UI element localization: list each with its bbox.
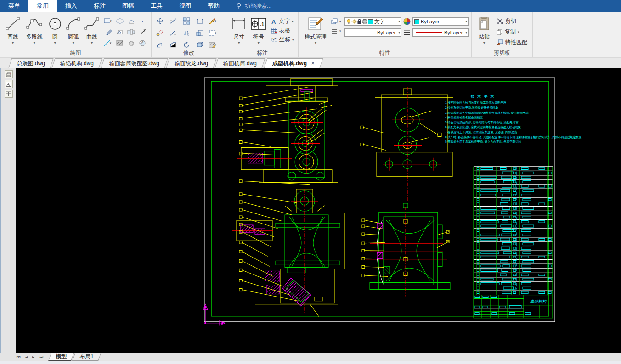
chevron-down-icon[interactable]: ▾	[465, 31, 467, 34]
menu-item-menu[interactable]: 菜单	[0, 0, 28, 12]
scale-icon[interactable]	[195, 28, 204, 37]
block-icon[interactable]	[127, 39, 135, 47]
leader-icon[interactable]	[138, 28, 147, 36]
explode-icon[interactable]: ▾	[209, 40, 217, 49]
rectangle-icon[interactable]: ▾	[104, 17, 113, 25]
chevron-down-icon[interactable]: ▾	[483, 42, 485, 45]
break-icon[interactable]	[169, 17, 177, 25]
coordinate-button[interactable]: x y 坐标▾	[271, 36, 295, 44]
chevron-down-icon[interactable]: ▾	[73, 42, 74, 45]
ribbon-group-properties: 样式管理 ▾ ▾ ▾ 文字 ▾	[299, 12, 472, 57]
fillet-icon[interactable]	[155, 40, 164, 49]
palette-grid-icon[interactable]	[5, 90, 13, 98]
svg-text:7.各轴运转上下灵活, 润滑油应加足量, 无渗漏, 间隙适当: 7.各轴运转上下灵活, 润滑油应加足量, 无渗漏, 间隙适当	[445, 130, 517, 134]
menu-item-sheet[interactable]: 图幅	[114, 0, 142, 12]
menu-item-annotate[interactable]: 标注	[85, 0, 114, 12]
array-icon[interactable]	[182, 17, 191, 25]
line-button[interactable]: 直线 ▾	[3, 14, 23, 50]
last-tab-icon[interactable]: ⏭	[39, 354, 43, 360]
model-tab[interactable]: 模型	[48, 353, 74, 361]
svg-text:3.箱体装配后各个轴承间隙经调整符合要求不松动, 使用转动平: 3.箱体装配后各个轴承间隙经调整符合要求不松动, 使用转动平稳	[445, 111, 529, 115]
table-icon: +	[271, 28, 277, 34]
offset-icon[interactable]	[155, 28, 164, 37]
text-button[interactable]: A 文字▾	[271, 17, 295, 25]
doc-tab-shumianjitong[interactable]: 输面机筒.dwg	[215, 58, 265, 68]
stretch-icon[interactable]: ▾	[209, 28, 217, 37]
solid-icon[interactable]	[127, 28, 135, 36]
mirror-icon[interactable]	[182, 28, 191, 37]
color-combo[interactable]: ByLayer ▾	[412, 17, 469, 26]
function-search[interactable]: 功能搜索...	[236, 0, 271, 12]
extend-icon[interactable]	[169, 28, 177, 37]
circle-button[interactable]: 圆 ▾	[46, 14, 64, 50]
linetype-combo[interactable]: ByLayer ▾	[344, 28, 401, 37]
layer-combo[interactable]: 文字 ▾	[344, 17, 401, 26]
doc-tab-shumianjiaolong[interactable]: 输面绞龙.dwg	[166, 58, 217, 68]
lineweight-combo[interactable]: ByLayer ▾	[412, 28, 469, 37]
menu-item-insert[interactable]: 插入	[57, 0, 85, 12]
chamfer-icon[interactable]	[169, 40, 177, 49]
chevron-down-icon[interactable]: ▾	[465, 20, 467, 23]
menu-item-help[interactable]: 帮助	[199, 0, 228, 12]
menu-item-tools[interactable]: 工具	[142, 0, 171, 12]
palette-tool-icon[interactable]	[5, 70, 13, 78]
clip-icon[interactable]	[195, 17, 204, 25]
style-manager-button[interactable]: 样式管理 ▾	[301, 14, 330, 50]
polyline-button[interactable]: 多段线 ▾	[23, 14, 46, 50]
hatch-icon[interactable]	[115, 39, 124, 47]
point-icon[interactable]: ·	[138, 17, 147, 25]
close-icon[interactable]: ×	[311, 60, 315, 67]
edit-icon[interactable]: ▾	[209, 17, 217, 25]
chevron-down-icon[interactable]: ▾	[91, 42, 93, 45]
chevron-down-icon[interactable]: ▾	[398, 20, 400, 23]
table-button[interactable]: + 表格	[271, 27, 295, 34]
clipboard-mini-column: 剪切 复制▾ 特性匹配	[497, 17, 527, 46]
dimension-button[interactable]: 尺寸 ▾	[229, 14, 249, 50]
copy-button[interactable]: 复制▾	[497, 28, 527, 36]
prev-tab-icon[interactable]: ◂	[25, 354, 28, 360]
doc-tab-zhuangtu[interactable]: 总装图.dwg	[9, 58, 54, 68]
move-icon[interactable]	[155, 17, 164, 25]
first-tab-icon[interactable]: ⏮	[17, 354, 21, 360]
arc-button[interactable]: 圆弧 ▾	[64, 14, 83, 50]
next-tab-icon[interactable]: ▸	[32, 354, 34, 360]
cut-button[interactable]: 剪切	[497, 17, 527, 25]
menu-item-home[interactable]: 常用	[28, 0, 57, 12]
chevron-down-icon[interactable]: ▾	[12, 42, 14, 45]
symbol-button[interactable]: .1 符号 ▾	[249, 14, 269, 50]
chevron-down-icon[interactable]: ▾	[54, 42, 56, 45]
linetype-manager-button[interactable]: ▾	[331, 28, 343, 34]
multiline-icon[interactable]	[104, 28, 113, 36]
modify-group-label: 修改	[152, 49, 226, 57]
layout1-tab[interactable]: 布局1	[72, 353, 101, 361]
doc-tab-shuxianjigou[interactable]: 输馅机构.dwg	[52, 58, 102, 68]
match-properties-button[interactable]: 特性匹配	[497, 39, 527, 46]
spline-button[interactable]: 曲线 ▾	[83, 14, 101, 50]
ellipse-icon[interactable]	[115, 17, 124, 25]
drawing-canvas[interactable]: 技 术 要 求1.按不同物料方铰刀的零件加工后依次装配干净2.传动系统运转平稳,…	[16, 68, 621, 353]
chevron-down-icon[interactable]: ▾	[34, 42, 35, 45]
layer-tools-button[interactable]: ▾	[331, 18, 343, 25]
cad-drawing[interactable]: 技 术 要 求1.按不同物料方铰刀的零件加工后依次装配干净2.传动系统运转平稳,…	[16, 68, 621, 353]
fit-curve-icon[interactable]	[127, 17, 135, 25]
construction-line-icon[interactable]: ▾	[104, 39, 113, 47]
chevron-down-icon[interactable]: ▾	[315, 42, 316, 45]
symbol-label: 符号	[253, 33, 264, 41]
3d-rotate-icon[interactable]	[195, 40, 204, 49]
palette-library-icon[interactable]	[5, 80, 13, 88]
lineweight-icon[interactable]	[403, 29, 411, 36]
rotate-icon[interactable]	[182, 40, 191, 49]
menu-item-view[interactable]: 视图	[171, 0, 199, 12]
view-assembly-lower-left	[232, 189, 349, 317]
paste-button[interactable]: 粘贴 ▾	[474, 14, 494, 50]
layer-tool-column: ▾ ▾	[331, 18, 343, 34]
doc-tab-shumiantaotong[interactable]: 输面套筒装配图.dwg	[101, 58, 168, 68]
region-icon[interactable]	[115, 28, 124, 36]
color-wheel-icon[interactable]	[403, 18, 411, 25]
svg-text:2.传动系统运转平稳,润滑良好无卡滞现象: 2.传动系统运转平稳,润滑良好无卡滞现象	[445, 106, 498, 110]
wipeout-icon[interactable]: A	[138, 39, 147, 47]
chevron-down-icon[interactable]: ▾	[258, 42, 260, 45]
chevron-down-icon[interactable]: ▾	[398, 31, 400, 34]
doc-tab-chengxingjigou[interactable]: 成型机构.dwg ×	[264, 58, 323, 68]
chevron-down-icon[interactable]: ▾	[238, 42, 240, 45]
